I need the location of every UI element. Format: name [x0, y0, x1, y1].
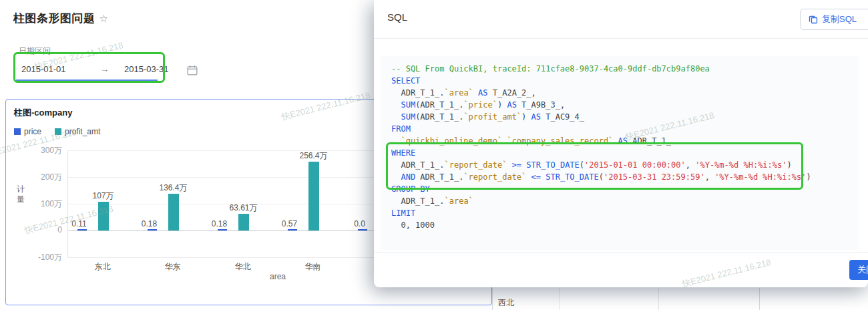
bar-price [288, 229, 297, 230]
sql-token-plain: ADR_T_1_ [628, 136, 671, 146]
sql-line: SUM(ADR_T_1_.`price`) AS T_A9B_3_, [391, 99, 859, 111]
y-tick-label: 300万 [26, 145, 62, 156]
sql-line: LIMIT [391, 207, 859, 219]
sql-token-plain [613, 136, 618, 146]
sql-token-str: '%Y-%m-%d %H:%i:%s' [714, 172, 806, 182]
modal-header-divider [374, 38, 868, 39]
sql-token-kw: GROUP BY [391, 184, 430, 194]
favorite-star-icon[interactable]: ☆ [99, 13, 109, 24]
sql-line: FROM [391, 123, 859, 135]
sql-token-field: `area` [444, 88, 473, 98]
sql-token-plain: ) [497, 100, 507, 110]
modal-footer-divider [374, 252, 868, 253]
x-tick-label: 华东 [138, 261, 208, 273]
x-tick-label: 华南 [278, 261, 348, 273]
bar-value-label: 256.4万 [294, 150, 334, 162]
y-tick-label: 100万 [26, 198, 62, 210]
sql-token-plain: , [686, 160, 695, 170]
sql-token-plain: , [705, 172, 714, 182]
date-picker-underline [16, 80, 158, 81]
table-row-label: 西北 [498, 297, 514, 309]
bar-profit-amt [98, 202, 109, 230]
start-date-field[interactable]: 2015-01-01 [21, 64, 100, 74]
sql-token-plain [391, 136, 401, 146]
bar-value-label: 107万 [83, 190, 124, 202]
sql-modal-title: SQL [387, 11, 407, 23]
sql-token-kw: WHERE [391, 148, 415, 158]
end-date-field[interactable]: 2015-03-31 [124, 64, 169, 74]
sql-token-plain: ) [787, 160, 792, 170]
sql-token-plain [473, 88, 478, 98]
sql-token-kw: AS [531, 112, 541, 122]
date-range-picker[interactable]: 2015-01-01 → 2015-03-31 [21, 64, 169, 74]
bar-value-label: 0.11 [59, 219, 99, 228]
sql-line: `quickbi_online_demo`.`company_sales_rec… [391, 135, 859, 147]
bar-value-label: 0.18 [200, 219, 240, 228]
sql-token-plain: ADR_T_1_. [391, 196, 444, 206]
sql-token-field: `area` [444, 196, 473, 206]
sql-token-plain: ADR_T_1_. [415, 172, 463, 182]
sql-token-kw: SUM [401, 112, 415, 122]
sql-line: ADR_T_1_.`area` [391, 195, 859, 207]
calendar-icon[interactable] [187, 65, 198, 75]
table-gridline [559, 288, 560, 310]
bar-profit-amt [308, 162, 319, 230]
y-tick-label: -100万 [26, 252, 62, 263]
bar-price [148, 229, 157, 230]
sql-line: WHERE [391, 147, 859, 159]
sql-line: SELECT [391, 75, 859, 87]
sql-line: GROUP BY [391, 183, 859, 195]
sql-token-kw: FROM [391, 124, 411, 134]
sql-token-plain [507, 160, 511, 170]
copy-sql-button[interactable]: 复制SQL [800, 9, 868, 30]
sql-token-comment: -- SQL From QuickBI, traceId: 711cfae8-9… [391, 64, 710, 73]
sql-token-table: `company_sales_record` [507, 136, 613, 146]
sql-token-plain: ) [521, 112, 531, 122]
sql-token-field: `profit_amt` [463, 112, 521, 122]
sql-token-plain: ADR_T_1_. [391, 160, 444, 170]
sql-line: SUM(ADR_T_1_.`profit_amt`) AS T_AC9_4_ [391, 111, 859, 123]
sql-token-kw: AS [618, 136, 628, 146]
sql-token-plain: T_A9B_3_, [517, 100, 565, 110]
bar-profit-amt [238, 214, 249, 230]
sql-token-kw: AND [401, 172, 415, 182]
sql-token-str: '%Y-%m-%d %H:%i:%s' [695, 160, 787, 170]
sql-token-kw: STR_TO_DATE [526, 160, 579, 170]
sql-token-str: '2015-03-31 23:59:59' [604, 172, 705, 182]
bar-value-label: 0.18 [130, 219, 170, 228]
close-button[interactable]: 关闭 [849, 260, 868, 280]
sql-token-table: `quickbi_online_demo` [401, 136, 502, 146]
copy-sql-label: 复制SQL [822, 13, 857, 25]
sql-token-plain: ADR_T_1_. [391, 88, 444, 98]
sql-token-kw: SUM [401, 100, 415, 110]
sql-token-kw: AS [507, 100, 516, 110]
sql-code-block: -- SQL From QuickBI, traceId: 711cfae8-9… [381, 56, 859, 250]
y-axis-line [67, 150, 68, 257]
sql-token-op: <= [531, 172, 541, 182]
sql-token-kw: STR_TO_DATE [546, 172, 598, 182]
x-tick-label: 华北 [208, 261, 278, 273]
bar-price [218, 229, 227, 230]
sql-line: AND ADR_T_1_.`report_date` <= STR_TO_DAT… [391, 171, 859, 183]
sql-line: -- SQL From QuickBI, traceId: 711cfae8-9… [391, 63, 859, 75]
sql-token-field: `report_date` [444, 160, 507, 170]
sql-token-plain [526, 172, 531, 182]
date-range-arrow: → [100, 64, 122, 74]
page-title-text: 柱图条形图问题 [13, 12, 95, 25]
sql-token-op: >= [512, 160, 521, 170]
bar-value-label: 136.4万 [154, 182, 194, 194]
background-partial-table: 西北 [492, 288, 760, 310]
sql-token-kw: SELECT [391, 76, 420, 86]
x-tick-label: 东北 [67, 261, 138, 273]
sql-token-plain: (ADR_T_1_. [415, 112, 463, 122]
sql-line: ADR_T_1_.`report_date` >= STR_TO_DATE('2… [391, 159, 859, 171]
sql-token-kw: AS [478, 88, 487, 98]
sql-token-plain: ( [580, 160, 584, 170]
sql-token-plain: 0, 1000 [391, 220, 435, 230]
sql-modal: SQL 复制SQL -- SQL From QuickBI, traceId: … [374, 0, 868, 287]
sql-token-plain: ( [599, 172, 604, 182]
bar-value-label: 63.61万 [224, 202, 264, 214]
sql-line: ADR_T_1_.`area` AS T_A2A_2_, [391, 87, 859, 99]
sql-token-plain: ) [806, 172, 811, 182]
sql-token-plain: T_A2A_2_, [488, 88, 536, 98]
